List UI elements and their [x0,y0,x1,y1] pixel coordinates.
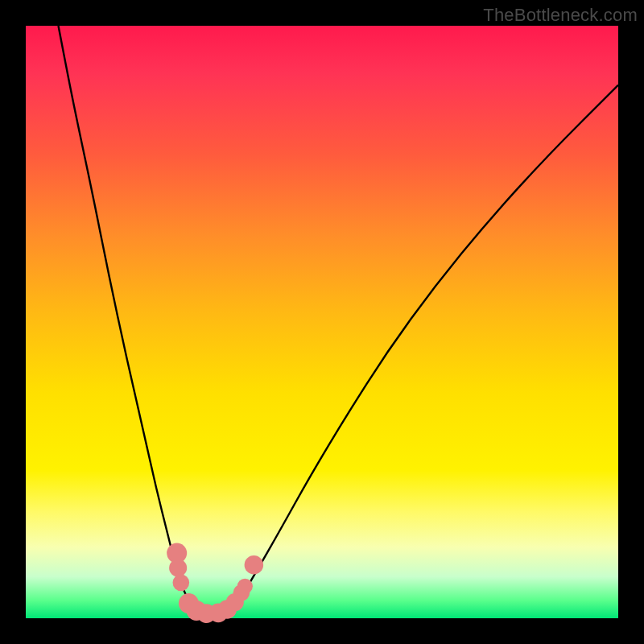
data-markers [167,543,263,623]
chart-svg [26,26,618,618]
left-marker-2 [169,559,187,576]
right-curve [227,85,618,618]
curve-group [58,26,618,618]
right-marker-6 [245,555,264,575]
watermark-text: TheBottleneck.com [483,5,638,26]
right-marker-5 [237,579,253,594]
chart-frame: TheBottleneck.com [0,0,644,644]
left-curve [58,26,197,618]
left-marker-3 [173,575,190,592]
